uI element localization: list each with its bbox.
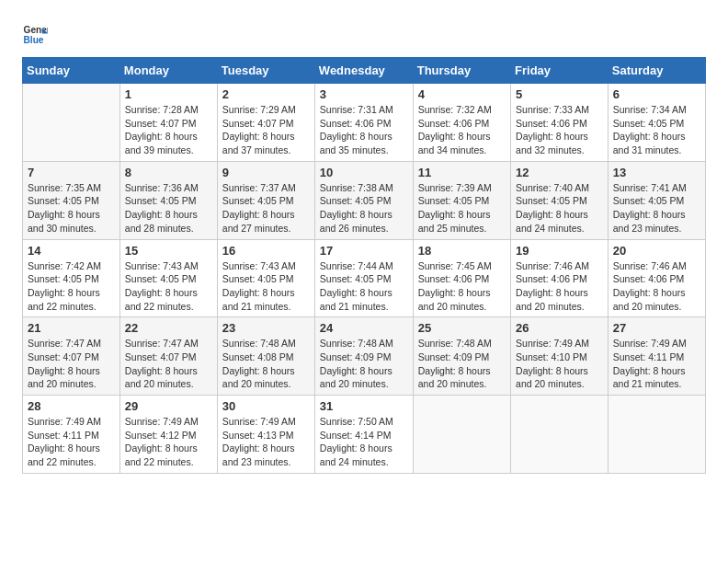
day-detail: Sunrise: 7:42 AMSunset: 4:05 PMDaylight:… xyxy=(28,259,115,314)
header-cell-monday: Monday xyxy=(119,58,217,84)
day-detail: Sunrise: 7:49 AMSunset: 4:13 PMDaylight:… xyxy=(222,415,310,469)
day-cell: 16Sunrise: 7:43 AMSunset: 4:05 PMDayligh… xyxy=(217,239,314,317)
header-cell-saturday: Saturday xyxy=(608,58,705,84)
day-detail: Sunrise: 7:47 AMSunset: 4:07 PMDaylight:… xyxy=(28,337,115,391)
day-detail: Sunrise: 7:36 AMSunset: 4:05 PMDaylight:… xyxy=(125,181,212,236)
day-number: 29 xyxy=(125,399,212,413)
day-detail: Sunrise: 7:45 AMSunset: 4:06 PMDaylight:… xyxy=(418,259,506,314)
day-number: 20 xyxy=(613,244,700,258)
header-row: SundayMondayTuesdayWednesdayThursdayFrid… xyxy=(23,58,706,84)
day-detail: Sunrise: 7:34 AMSunset: 4:05 PMDaylight:… xyxy=(613,103,700,157)
day-cell: 4Sunrise: 7:32 AMSunset: 4:06 PMDaylight… xyxy=(413,84,510,162)
day-cell: 18Sunrise: 7:45 AMSunset: 4:06 PMDayligh… xyxy=(413,239,510,317)
day-cell: 9Sunrise: 7:37 AMSunset: 4:05 PMDaylight… xyxy=(217,161,314,239)
day-detail: Sunrise: 7:49 AMSunset: 4:10 PMDaylight:… xyxy=(516,337,603,391)
day-number: 11 xyxy=(418,166,506,179)
header-cell-tuesday: Tuesday xyxy=(217,58,314,84)
day-detail: Sunrise: 7:37 AMSunset: 4:05 PMDaylight:… xyxy=(222,181,310,236)
header-cell-thursday: Thursday xyxy=(413,58,510,84)
day-cell: 12Sunrise: 7:40 AMSunset: 4:05 PMDayligh… xyxy=(511,161,609,239)
day-cell: 22Sunrise: 7:47 AMSunset: 4:07 PMDayligh… xyxy=(119,317,217,396)
day-detail: Sunrise: 7:38 AMSunset: 4:05 PMDaylight:… xyxy=(320,181,408,236)
day-cell: 13Sunrise: 7:41 AMSunset: 4:05 PMDayligh… xyxy=(608,161,705,239)
day-detail: Sunrise: 7:39 AMSunset: 4:05 PMDaylight:… xyxy=(418,181,506,236)
day-cell: 1Sunrise: 7:28 AMSunset: 4:07 PMDaylight… xyxy=(119,84,217,162)
day-number: 7 xyxy=(28,166,115,179)
calendar-table: SundayMondayTuesdayWednesdayThursdayFrid… xyxy=(22,57,706,474)
day-number: 12 xyxy=(516,166,603,179)
day-cell: 24Sunrise: 7:48 AMSunset: 4:09 PMDayligh… xyxy=(314,317,413,396)
day-detail: Sunrise: 7:31 AMSunset: 4:06 PMDaylight:… xyxy=(320,103,408,157)
day-detail: Sunrise: 7:35 AMSunset: 4:05 PMDaylight:… xyxy=(28,181,115,236)
day-detail: Sunrise: 7:49 AMSunset: 4:11 PMDaylight:… xyxy=(613,337,700,391)
day-detail: Sunrise: 7:46 AMSunset: 4:06 PMDaylight:… xyxy=(613,259,700,314)
day-cell: 15Sunrise: 7:43 AMSunset: 4:05 PMDayligh… xyxy=(119,239,217,317)
header-cell-friday: Friday xyxy=(511,58,609,84)
day-cell: 20Sunrise: 7:46 AMSunset: 4:06 PMDayligh… xyxy=(608,239,705,317)
day-number: 5 xyxy=(516,87,603,101)
svg-text:Blue: Blue xyxy=(24,35,44,45)
day-number: 21 xyxy=(28,321,115,335)
day-cell: 2Sunrise: 7:29 AMSunset: 4:07 PMDaylight… xyxy=(217,84,314,162)
day-detail: Sunrise: 7:49 AMSunset: 4:11 PMDaylight:… xyxy=(28,415,115,469)
logo-icon: General Blue xyxy=(22,22,48,48)
day-cell: 26Sunrise: 7:49 AMSunset: 4:10 PMDayligh… xyxy=(511,317,609,396)
day-detail: Sunrise: 7:28 AMSunset: 4:07 PMDaylight:… xyxy=(125,103,212,157)
logo: General Blue xyxy=(22,22,51,48)
header-cell-wednesday: Wednesday xyxy=(314,58,413,84)
day-detail: Sunrise: 7:43 AMSunset: 4:05 PMDaylight:… xyxy=(125,259,212,314)
day-detail: Sunrise: 7:41 AMSunset: 4:05 PMDaylight:… xyxy=(613,181,700,236)
week-row-3: 21Sunrise: 7:47 AMSunset: 4:07 PMDayligh… xyxy=(23,317,706,396)
day-cell: 14Sunrise: 7:42 AMSunset: 4:05 PMDayligh… xyxy=(23,239,120,317)
day-number: 15 xyxy=(125,244,212,258)
day-number: 8 xyxy=(125,166,212,179)
day-number: 17 xyxy=(320,244,408,258)
day-number: 3 xyxy=(320,87,408,101)
day-cell: 17Sunrise: 7:44 AMSunset: 4:05 PMDayligh… xyxy=(314,239,413,317)
day-cell: 28Sunrise: 7:49 AMSunset: 4:11 PMDayligh… xyxy=(23,396,120,474)
day-detail: Sunrise: 7:48 AMSunset: 4:09 PMDaylight:… xyxy=(418,337,506,391)
day-detail: Sunrise: 7:48 AMSunset: 4:08 PMDaylight:… xyxy=(222,337,310,391)
day-detail: Sunrise: 7:33 AMSunset: 4:06 PMDaylight:… xyxy=(516,103,603,157)
day-number: 14 xyxy=(28,244,115,258)
day-cell: 30Sunrise: 7:49 AMSunset: 4:13 PMDayligh… xyxy=(217,396,314,474)
day-detail: Sunrise: 7:32 AMSunset: 4:06 PMDaylight:… xyxy=(418,103,506,157)
day-cell: 5Sunrise: 7:33 AMSunset: 4:06 PMDaylight… xyxy=(511,84,609,162)
day-number: 30 xyxy=(222,399,310,413)
day-number: 16 xyxy=(222,244,310,258)
day-cell: 25Sunrise: 7:48 AMSunset: 4:09 PMDayligh… xyxy=(413,317,510,396)
day-detail: Sunrise: 7:46 AMSunset: 4:06 PMDaylight:… xyxy=(516,259,603,314)
day-cell: 31Sunrise: 7:50 AMSunset: 4:14 PMDayligh… xyxy=(314,396,413,474)
day-number: 2 xyxy=(222,87,310,101)
day-number: 13 xyxy=(613,166,700,179)
day-detail: Sunrise: 7:48 AMSunset: 4:09 PMDaylight:… xyxy=(320,337,408,391)
day-cell: 8Sunrise: 7:36 AMSunset: 4:05 PMDaylight… xyxy=(119,161,217,239)
day-number: 18 xyxy=(418,244,506,258)
day-cell: 23Sunrise: 7:48 AMSunset: 4:08 PMDayligh… xyxy=(217,317,314,396)
day-number: 31 xyxy=(320,399,408,413)
week-row-2: 14Sunrise: 7:42 AMSunset: 4:05 PMDayligh… xyxy=(23,239,706,317)
day-detail: Sunrise: 7:49 AMSunset: 4:12 PMDaylight:… xyxy=(125,415,212,469)
day-detail: Sunrise: 7:43 AMSunset: 4:05 PMDaylight:… xyxy=(222,259,310,314)
day-detail: Sunrise: 7:29 AMSunset: 4:07 PMDaylight:… xyxy=(222,103,310,157)
day-cell: 19Sunrise: 7:46 AMSunset: 4:06 PMDayligh… xyxy=(511,239,609,317)
day-detail: Sunrise: 7:50 AMSunset: 4:14 PMDaylight:… xyxy=(320,415,408,469)
day-cell xyxy=(511,396,609,474)
day-number: 22 xyxy=(125,321,212,335)
day-number: 26 xyxy=(516,321,603,335)
day-cell: 6Sunrise: 7:34 AMSunset: 4:05 PMDaylight… xyxy=(608,84,705,162)
day-cell: 27Sunrise: 7:49 AMSunset: 4:11 PMDayligh… xyxy=(608,317,705,396)
day-cell: 11Sunrise: 7:39 AMSunset: 4:05 PMDayligh… xyxy=(413,161,510,239)
day-number: 27 xyxy=(613,321,700,335)
day-cell: 3Sunrise: 7:31 AMSunset: 4:06 PMDaylight… xyxy=(314,84,413,162)
day-cell: 10Sunrise: 7:38 AMSunset: 4:05 PMDayligh… xyxy=(314,161,413,239)
day-number: 19 xyxy=(516,244,603,258)
day-number: 4 xyxy=(418,87,506,101)
day-cell xyxy=(23,84,120,162)
header-cell-sunday: Sunday xyxy=(23,58,120,84)
day-cell: 7Sunrise: 7:35 AMSunset: 4:05 PMDaylight… xyxy=(23,161,120,239)
day-number: 10 xyxy=(320,166,408,179)
day-cell xyxy=(608,396,705,474)
day-number: 6 xyxy=(613,87,700,101)
day-detail: Sunrise: 7:44 AMSunset: 4:05 PMDaylight:… xyxy=(320,259,408,314)
